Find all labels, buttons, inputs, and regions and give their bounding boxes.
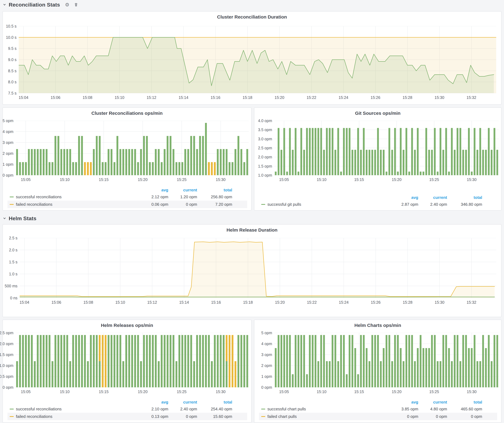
section-helm-stats[interactable]: Helm Stats (2, 215, 36, 222)
bar (318, 361, 319, 387)
duration-chart[interactable] (19, 26, 496, 93)
bar-failed (99, 335, 101, 361)
bar (184, 149, 186, 175)
bar (46, 335, 48, 387)
bar (134, 149, 136, 175)
bar (128, 335, 130, 387)
helm_releases-chart[interactable] (16, 333, 249, 387)
panel-title[interactable]: Cluster Reconciliations ops/min (3, 111, 251, 116)
bar (125, 149, 127, 175)
bar (217, 335, 219, 387)
panel-title[interactable]: Cluster Reconciliation Duration (3, 14, 501, 20)
x-tick-label: 15:25 (172, 389, 191, 394)
bar (389, 128, 390, 175)
bar (49, 335, 50, 387)
series-total: 15.60 opm (197, 414, 232, 419)
legend-col-current[interactable]: current (418, 195, 447, 200)
bar (391, 361, 393, 387)
legend-row: successful chart pulls 3.85 opm 4.80 opm… (259, 405, 497, 413)
legend-col-total[interactable]: total (447, 195, 482, 200)
legend-col-avg[interactable]: avg (387, 195, 418, 200)
bar (474, 128, 475, 175)
legend-col-avg[interactable]: avg (387, 400, 418, 405)
series-color-dash (261, 204, 265, 205)
series-label[interactable]: successful git pulls (267, 202, 387, 207)
bar (445, 128, 447, 175)
legend-col-current[interactable]: current (168, 188, 197, 193)
x-tick-label: 15:26 (366, 300, 385, 305)
bar (357, 374, 359, 387)
x-tick-label: 15:08 (78, 95, 97, 100)
bar (40, 149, 42, 175)
series-label[interactable]: failed reconciliations (16, 202, 137, 207)
bar (337, 361, 339, 387)
bar (161, 162, 163, 175)
series-color-dash (261, 416, 265, 417)
bar (164, 335, 166, 387)
chevron-down-icon[interactable] (2, 216, 6, 220)
bar (155, 149, 157, 175)
helm_duration-chart[interactable] (20, 238, 496, 298)
git_sources-chart[interactable] (274, 121, 499, 175)
bar (354, 150, 356, 175)
bar (397, 335, 399, 387)
legend-col-avg[interactable]: avg (137, 188, 168, 193)
chevron-down-icon[interactable] (2, 3, 6, 7)
series-label[interactable]: successful chart pulls (267, 407, 387, 411)
helm_charts-chart[interactable] (274, 333, 499, 387)
panel-title[interactable]: Helm Release Duration (3, 227, 501, 233)
series-label[interactable]: successful reconciliations (16, 407, 137, 411)
cluster_ops-chart[interactable] (16, 121, 249, 175)
y-tick-label: 2 opm (0, 151, 13, 156)
bar (411, 128, 413, 175)
bar (226, 361, 228, 387)
bar (137, 335, 139, 387)
series-label[interactable]: successful reconciliations (16, 194, 137, 199)
bar (465, 335, 467, 387)
x-tick-label: 15:20 (387, 177, 406, 182)
bar (229, 162, 230, 175)
bar (181, 162, 183, 175)
section-title[interactable]: Helm Stats (9, 215, 36, 222)
panel-title[interactable]: Helm Releases ops/min (3, 323, 251, 328)
y-tick-label: 2 opm (252, 363, 272, 368)
bar (465, 150, 467, 175)
legend-col-current[interactable]: current (418, 400, 447, 405)
legend-col-total[interactable]: total (197, 188, 232, 193)
series-label[interactable]: failed chart pulls (267, 414, 387, 419)
trash-icon[interactable] (74, 2, 78, 7)
y-tick-label: 0 ns (0, 296, 18, 300)
section-reconciliation-stats[interactable]: Reconciliation Stats ⚙ (2, 1, 78, 8)
bar (226, 149, 228, 175)
legend-col-avg[interactable]: avg (137, 400, 168, 405)
bar (63, 335, 65, 387)
bar (437, 172, 438, 175)
legend-col-current[interactable]: current (168, 400, 197, 405)
series-label[interactable]: failed reconciliations (16, 414, 137, 419)
legend-col-total[interactable]: total (197, 400, 232, 405)
x-tick-label: 15:10 (312, 177, 331, 182)
section-title[interactable]: Reconciliation Stats (9, 2, 60, 8)
x-tick-label: 15:05 (275, 177, 294, 182)
bar (223, 149, 225, 175)
bar (63, 149, 65, 175)
bar-failed (229, 335, 230, 387)
panel-title[interactable]: Helm Charts ops/min (254, 323, 501, 328)
bar (246, 149, 248, 175)
bar (214, 335, 216, 387)
y-tick-label: 5 opm (252, 331, 272, 335)
bar (122, 149, 124, 175)
bar (54, 136, 56, 175)
panel-title[interactable]: Git Sources ops/min (254, 111, 501, 116)
legend: avg current total successful chart pulls… (259, 399, 497, 420)
bar (343, 335, 345, 387)
bar (19, 335, 21, 387)
bar (394, 335, 396, 387)
bar (468, 128, 470, 175)
y-tick-label: 1.5 opm (252, 164, 272, 169)
bar (238, 335, 239, 387)
legend-col-total[interactable]: total (447, 400, 482, 405)
x-tick-label: 15:10 (312, 389, 331, 394)
gear-icon[interactable]: ⚙ (65, 2, 69, 7)
bar (143, 335, 145, 387)
